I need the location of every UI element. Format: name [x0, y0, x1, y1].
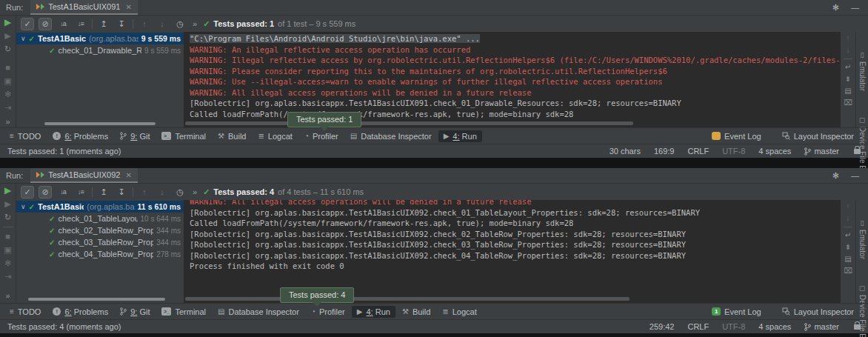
- line-separator[interactable]: CRLF: [687, 147, 709, 156]
- screenshot-icon[interactable]: ▣: [4, 77, 11, 85]
- test-history-icon[interactable]: ◷: [173, 186, 187, 198]
- toolwindow-logcat[interactable]: ≣Logcat: [253, 130, 297, 142]
- minimize-icon[interactable]: —: [851, 171, 859, 180]
- lock-icon[interactable]: [854, 149, 861, 154]
- toolwindow-todo[interactable]: ≡TODO: [4, 130, 46, 142]
- more-options-icon[interactable]: »: [5, 117, 10, 126]
- toolwindow-build[interactable]: ⚒Build: [213, 130, 251, 142]
- screenshot-icon[interactable]: ▣: [4, 246, 11, 254]
- file-encoding[interactable]: UTF-8: [722, 322, 745, 331]
- toolwindow-terminal[interactable]: >_Terminal: [156, 306, 211, 318]
- close-icon[interactable]: ✕: [125, 3, 131, 11]
- sort-by-duration-icon[interactable]: ↓≡: [74, 18, 87, 30]
- toolwindow-problems[interactable]: !6: Problems: [47, 306, 113, 318]
- caret-position[interactable]: 259:42: [650, 322, 675, 331]
- minimize-icon[interactable]: —: [851, 3, 859, 12]
- toolwindow-terminal[interactable]: >_Terminal: [156, 130, 211, 142]
- next-failed-test-icon[interactable]: ↓: [156, 186, 169, 198]
- expand-all-icon[interactable]: ↥: [97, 18, 110, 30]
- tool-window-emulator[interactable]: ▯Emulator: [858, 219, 867, 259]
- toolwindow-database-inspector[interactable]: ▤Database Inspector: [345, 130, 437, 142]
- file-encoding[interactable]: UTF-8: [722, 147, 745, 156]
- toolwindow-todo[interactable]: ≡TODO: [4, 306, 46, 318]
- toolwindow-git[interactable]: 9: Git: [115, 130, 155, 142]
- test-settings-icon[interactable]: ✻: [4, 259, 11, 267]
- test-tree-item[interactable]: ✓ check_01_TableLayout_Properties 10 s 6…: [16, 213, 184, 224]
- caret-position[interactable]: 169:9: [654, 147, 675, 156]
- up-stacktrace-icon[interactable]: ↑: [847, 35, 850, 42]
- show-ignored-icon[interactable]: ⊘: [39, 186, 52, 198]
- run-tab[interactable]: TestA1BasicUIX091 ✕: [30, 0, 138, 15]
- show-passed-icon[interactable]: ✓: [21, 18, 34, 30]
- clear-all-icon[interactable]: ⌧: [844, 99, 852, 107]
- navigate-with-single-click-icon[interactable]: ⇥: [4, 104, 11, 112]
- rerun-failed-tests-icon[interactable]: ▶: [4, 32, 10, 40]
- stop-icon[interactable]: ■: [5, 64, 10, 72]
- toolwindow-build[interactable]: ⚒Build: [397, 306, 435, 318]
- tree-scrollbar[interactable]: [28, 298, 165, 301]
- toolwindow-run[interactable]: ▶4: Run: [438, 130, 482, 142]
- print-icon[interactable]: ▤: [844, 87, 851, 95]
- run-tab[interactable]: TestA1BasicUIX092 ✕: [30, 168, 138, 183]
- up-stacktrace-icon[interactable]: ↑: [847, 203, 850, 210]
- expand-all-icon[interactable]: ↥: [97, 186, 110, 198]
- git-branch-widget[interactable]: master: [804, 322, 839, 331]
- scroll-to-end-icon[interactable]: ⇟: [845, 76, 851, 83]
- toolwindow-database-inspector[interactable]: ▤Database Inspector: [213, 306, 304, 318]
- sort-alphabetically-icon[interactable]: ↓a: [56, 186, 70, 198]
- soft-wrap-icon[interactable]: ↵: [845, 64, 851, 71]
- show-passed-icon[interactable]: ✓: [21, 186, 34, 198]
- stop-icon[interactable]: ■: [5, 233, 10, 241]
- more-options-icon[interactable]: »: [5, 291, 10, 300]
- event-log-button[interactable]: Event Log: [707, 130, 767, 142]
- rerun-failed-tests-icon[interactable]: ▶: [4, 200, 10, 208]
- test-settings-icon[interactable]: ✻: [4, 90, 11, 99]
- test-tree-root[interactable]: ∨ ✓ TestA1BasicUIX091 (org.aplas.basicap…: [16, 33, 184, 44]
- tool-window-emulator[interactable]: ▯Emulator: [858, 51, 867, 91]
- next-failed-test-icon[interactable]: ↓: [156, 18, 169, 30]
- test-tree-root[interactable]: ∨ ✓ TestA1BasicUIX092 (org.aplas.basicap…: [16, 201, 184, 213]
- chevron-down-icon[interactable]: ∨: [21, 35, 26, 42]
- toolwindow-profiler[interactable]: ◔Profiler: [306, 306, 350, 318]
- chevron-down-icon[interactable]: ∨: [21, 203, 26, 210]
- clear-all-icon[interactable]: ⌧: [844, 267, 852, 275]
- show-ignored-icon[interactable]: ⊘: [39, 18, 52, 30]
- rerun-tests-icon[interactable]: ▶: [4, 18, 11, 27]
- print-icon[interactable]: ▤: [844, 256, 851, 263]
- close-icon[interactable]: ✕: [125, 171, 131, 179]
- test-tree-item[interactable]: ✓ check_02_TableRow_Properties 344 ms: [16, 224, 184, 236]
- test-tree-item[interactable]: ✓ check_04_TableRow_Properties 278 ms: [16, 248, 184, 260]
- rerun-tests-icon[interactable]: ▶: [4, 186, 11, 195]
- indent-setting[interactable]: 4 spaces: [758, 322, 791, 331]
- scroll-to-end-icon[interactable]: ⇟: [845, 244, 851, 251]
- layout-inspector-button[interactable]: Layout Inspector: [777, 306, 859, 318]
- collapse-all-icon[interactable]: ↧: [115, 186, 128, 198]
- sort-alphabetically-icon[interactable]: ↓a: [56, 18, 70, 30]
- toolwindow-profiler[interactable]: ◔Profiler: [299, 130, 344, 142]
- line-separator[interactable]: CRLF: [687, 322, 709, 331]
- toolwindow-logcat[interactable]: ≣Logcat: [437, 306, 481, 318]
- event-log-button[interactable]: 1Event Log: [707, 306, 767, 318]
- more-toolbar-icon[interactable]: »: [193, 187, 197, 196]
- indent-setting[interactable]: 4 spaces: [758, 147, 791, 156]
- collapse-all-icon[interactable]: ↧: [115, 18, 128, 30]
- git-branch-widget[interactable]: master: [804, 147, 839, 156]
- down-stacktrace-icon[interactable]: ↓: [847, 47, 850, 54]
- toolwindow-git[interactable]: 9: Git: [115, 306, 155, 318]
- down-stacktrace-icon[interactable]: ↓: [847, 215, 850, 222]
- tree-scrollbar[interactable]: [44, 122, 156, 125]
- previous-failed-test-icon[interactable]: ↑: [138, 18, 151, 30]
- console-scrollbar[interactable]: [185, 121, 633, 125]
- sort-by-duration-icon[interactable]: ↓≡: [74, 186, 87, 198]
- test-history-icon[interactable]: ◷: [173, 18, 187, 30]
- navigate-with-single-click-icon[interactable]: ⇥: [4, 273, 11, 281]
- test-tree-item[interactable]: ✓ check_01_Drawable_Resources 9 s 559 ms: [16, 44, 184, 56]
- more-toolbar-icon[interactable]: »: [193, 19, 197, 28]
- gear-icon[interactable]: ✻: [832, 171, 839, 181]
- toggle-auto-rerun-icon[interactable]: ↻: [4, 213, 11, 221]
- test-tree-item[interactable]: ✓ check_03_TableRow_Properties 344 ms: [16, 236, 184, 248]
- gear-icon[interactable]: ✻: [832, 3, 839, 13]
- soft-wrap-icon[interactable]: ↵: [845, 232, 851, 239]
- layout-inspector-button[interactable]: Layout Inspector: [777, 130, 859, 142]
- toggle-auto-rerun-icon[interactable]: ↻: [4, 45, 11, 53]
